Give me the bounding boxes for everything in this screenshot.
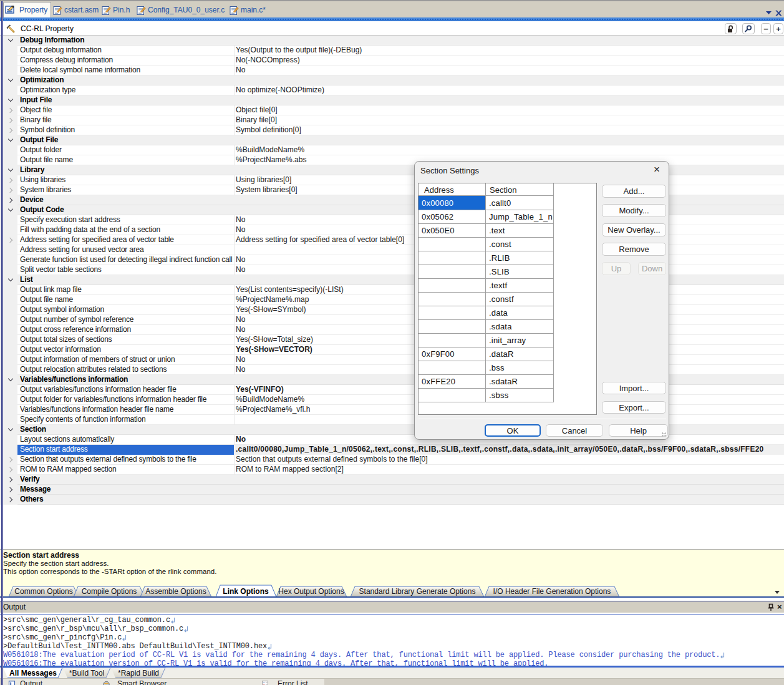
svg-text:I/O Header File Generation Opt: I/O Header File Generation Options xyxy=(493,587,611,596)
svg-text:*Rapid Build: *Rapid Build xyxy=(118,669,159,678)
svg-text:Assemble Options: Assemble Options xyxy=(145,587,206,596)
svg-text:Standard Library Generate Opti: Standard Library Generate Options xyxy=(359,587,476,596)
svg-text:Link Options: Link Options xyxy=(223,587,269,596)
svg-text:Hex Output Options: Hex Output Options xyxy=(278,587,344,596)
svg-text:Common Options: Common Options xyxy=(14,587,72,596)
svg-text:Compile Options: Compile Options xyxy=(82,587,137,596)
svg-text:All Messages: All Messages xyxy=(9,669,57,678)
svg-text:*Build Tool: *Build Tool xyxy=(69,669,104,678)
